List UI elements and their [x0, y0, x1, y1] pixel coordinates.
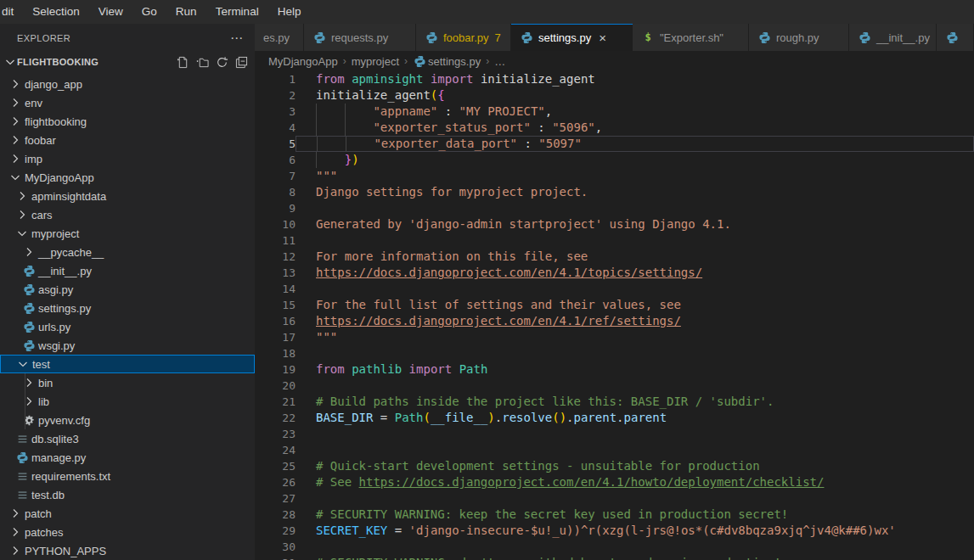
- code-editor[interactable]: 1from apminsight import initialize_agent…: [255, 71, 974, 560]
- tree-item-cars[interactable]: cars: [0, 205, 255, 224]
- menu-item-view[interactable]: View: [89, 0, 132, 24]
- tree-item-patches[interactable]: patches: [0, 523, 255, 541]
- code-line[interactable]: [296, 200, 974, 216]
- code-line[interactable]: For the full list of settings and their …: [296, 297, 974, 313]
- collapse-all-icon[interactable]: [234, 55, 248, 69]
- menu-bar: ditSelectionViewGoRunTerminalHelp: [0, 0, 974, 24]
- code-token: ): [487, 411, 494, 424]
- code-row: 31# SECURITY WARNING: don't run with deb…: [255, 555, 974, 560]
- python-icon: [15, 451, 29, 464]
- tree-item-mydjangoapp[interactable]: MyDjangoApp: [0, 168, 255, 187]
- tree-item-asgi-py[interactable]: asgi.py: [0, 280, 255, 299]
- tree-item-wsgi-py[interactable]: wsgi.py: [0, 336, 255, 355]
- explorer-title: EXPLORER: [17, 33, 70, 43]
- code-row: 10Generated by 'django-admin startprojec…: [255, 216, 974, 232]
- tree-item-apminsightdata[interactable]: apminsightdata: [0, 187, 255, 205]
- line-number: 28: [255, 507, 296, 523]
- line-number: 11: [255, 232, 296, 249]
- new-folder-icon[interactable]: [195, 55, 209, 69]
- code-line[interactable]: [296, 426, 974, 442]
- tab-partial[interactable]: [937, 24, 974, 51]
- chevron-right-icon: [8, 525, 22, 539]
- tab-label: rough.py: [776, 31, 819, 44]
- code-line[interactable]: [296, 490, 974, 507]
- code-line[interactable]: "exporter_status_port" : "5096",: [296, 120, 974, 136]
- code-line[interactable]: "appname" : "MY PROJECT",: [296, 104, 974, 120]
- tree-item-patch[interactable]: patch: [0, 504, 255, 523]
- tree-item-env[interactable]: env: [0, 93, 255, 112]
- code-line[interactable]: SECRET_KEY = 'django-insecure-$u!_u))^r(…: [296, 523, 974, 539]
- code-line[interactable]: # Build paths inside the project like th…: [296, 394, 974, 410]
- indent-guide: [316, 152, 317, 168]
- tree-item-requirements-txt[interactable]: requirements.txt: [0, 467, 255, 485]
- code-line[interactable]: from pathlib import Path: [296, 361, 974, 378]
- tree-item-bin[interactable]: bin: [0, 373, 255, 392]
- tab-requests-py[interactable]: requests.py: [304, 24, 416, 51]
- code-line[interactable]: BASE_DIR = Path(__file__).resolve().pare…: [296, 410, 974, 426]
- breadcrumb-item-item[interactable]: …: [494, 55, 505, 68]
- tree-item-lib[interactable]: lib: [0, 392, 255, 411]
- code-line[interactable]: https://docs.djangoproject.com/en/4.1/to…: [296, 265, 974, 281]
- tab-rough-py[interactable]: rough.py: [749, 24, 849, 51]
- tab-settings-py[interactable]: settings.py×: [511, 24, 633, 51]
- close-icon[interactable]: ×: [599, 31, 606, 44]
- tree-item-imp[interactable]: imp: [0, 149, 255, 168]
- code-line[interactable]: }): [296, 152, 974, 168]
- code-line[interactable]: [296, 539, 974, 555]
- tree-item-django-app[interactable]: django_app: [0, 75, 255, 93]
- tab-exporter-sh[interactable]: $"Exporter.sh": [633, 24, 749, 51]
- code-row: 2initialize_agent({: [255, 87, 974, 104]
- breadcrumb-item-settings-py[interactable]: settings.py: [413, 54, 481, 68]
- tree-item-manage-py[interactable]: manage.py: [0, 448, 255, 467]
- code-line[interactable]: """: [296, 168, 974, 184]
- tab-foobar-py[interactable]: foobar.py7: [416, 24, 511, 51]
- menu-item-dit[interactable]: dit: [0, 0, 23, 24]
- code-line[interactable]: [296, 442, 974, 458]
- code-token: ,: [595, 120, 602, 134]
- code-line[interactable]: initialize_agent({: [296, 87, 974, 104]
- tree-item-settings-py[interactable]: settings.py: [0, 299, 255, 317]
- code-line[interactable]: # See https://docs.djangoproject.com/en/…: [296, 474, 974, 490]
- tree-item-foobar[interactable]: foobar: [0, 131, 255, 149]
- tree-item-test[interactable]: test: [0, 355, 255, 373]
- code-line[interactable]: from apminsight import initialize_agent: [296, 71, 974, 87]
- code-line[interactable]: https://docs.djangoproject.com/en/4.1/re…: [296, 313, 974, 329]
- menu-item-run[interactable]: Run: [166, 0, 206, 24]
- tree-item-pyvenv-cfg[interactable]: pyvenv.cfg: [0, 411, 255, 429]
- menu-item-help[interactable]: Help: [268, 0, 311, 24]
- code-line[interactable]: For more information on this file, see: [296, 249, 974, 265]
- breadcrumb-item-mydjangoapp[interactable]: MyDjangoApp: [268, 55, 338, 68]
- code-line[interactable]: # SECURITY WARNING: keep the secret key …: [296, 507, 974, 523]
- tab-init-py[interactable]: __init__.py: [849, 24, 937, 51]
- code-line[interactable]: [296, 281, 974, 297]
- breadcrumb-item-myproject[interactable]: myproject: [352, 55, 399, 68]
- code-line[interactable]: [296, 378, 974, 394]
- new-file-icon[interactable]: [176, 55, 189, 69]
- menu-item-go[interactable]: Go: [132, 0, 166, 24]
- code-line[interactable]: [296, 232, 974, 249]
- code-line[interactable]: # SECURITY WARNING: don't run with debug…: [296, 555, 974, 560]
- tree-item-db-sqlite3[interactable]: db.sqlite3: [0, 429, 255, 448]
- python-icon: [757, 31, 771, 44]
- tree-item-init-py[interactable]: __init__.py: [0, 261, 255, 280]
- code-line[interactable]: """: [296, 329, 974, 345]
- tree-item-python-apps[interactable]: PYTHON_APPS: [0, 541, 255, 560]
- code-line[interactable]: Django settings for myproject project.: [296, 184, 974, 200]
- tree-item-myproject[interactable]: myproject: [0, 224, 255, 243]
- tree-item-flightbooking[interactable]: flightbooking: [0, 112, 255, 131]
- line-number: 29: [255, 523, 296, 539]
- tree-item-test-db[interactable]: test.db: [0, 485, 255, 504]
- project-section-header[interactable]: FLIGHTBOOKING: [0, 52, 255, 72]
- code-line[interactable]: # Quick-start development settings - uns…: [296, 458, 974, 474]
- menu-item-terminal[interactable]: Terminal: [206, 0, 268, 24]
- code-line[interactable]: Generated by 'django-admin startproject'…: [296, 216, 974, 232]
- code-row: 14: [255, 281, 974, 297]
- tree-item-pycache[interactable]: __pycache__: [0, 243, 255, 261]
- code-line[interactable]: "exporter_data_port" : "5097": [296, 136, 974, 152]
- more-actions-icon[interactable]: ⋯: [230, 31, 243, 46]
- code-line[interactable]: [296, 345, 974, 361]
- refresh-icon[interactable]: [215, 55, 228, 69]
- menu-item-selection[interactable]: Selection: [23, 0, 89, 24]
- tab-es-py[interactable]: es.py: [255, 24, 304, 51]
- tree-item-urls-py[interactable]: urls.py: [0, 317, 255, 336]
